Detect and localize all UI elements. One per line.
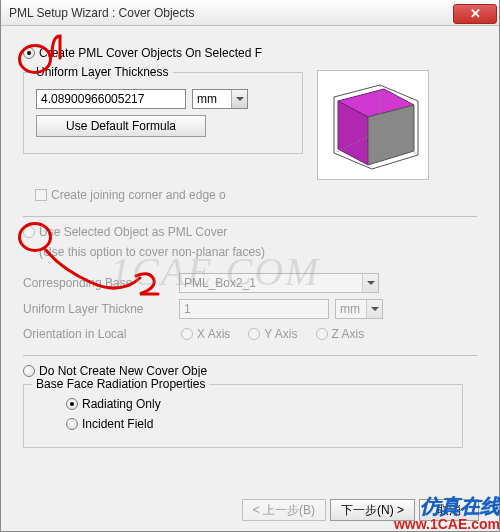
close-icon: ✕ [470,7,481,20]
create-joining-checkbox: Create joining corner and edge o [35,188,477,202]
radio-icon [23,47,35,59]
corresponding-base-select: PML_Box2_1 [179,273,379,293]
thickness-unit-select-2: mm [335,299,383,319]
orientation-x-label: X Axis [197,327,230,341]
corresponding-base-value: PML_Box2_1 [184,276,256,290]
corresponding-base-label: Corresponding Base [23,276,173,290]
uniform-thickness-label-2: Uniform Layer Thickne [23,302,173,316]
radiating-only-label: Radiating Only [82,397,161,411]
dialog-window: PML Setup Wizard : Cover Objects ✕ Creat… [0,0,500,532]
radio-icon [23,226,35,238]
thickness-unit-value: mm [197,92,217,106]
thickness-input[interactable] [36,89,186,109]
base-face-group: Base Face Radiation Properties Radiating… [23,384,463,448]
orientation-z: Z Axis [316,327,365,341]
incident-field-option[interactable]: Incident Field [66,417,450,431]
banner-line1: 仿真在线 [394,495,500,517]
radio-icon [316,328,328,340]
separator [23,355,477,356]
section-use-selected: Use Selected Object as PML Cover (Use th… [23,225,477,341]
back-button: < 上一步(B) [242,499,326,521]
use-default-formula-label: Use Default Formula [66,119,176,133]
radio-icon [181,328,193,340]
uniform-thickness-legend: Uniform Layer Thickness [32,65,173,79]
orientation-label: Orientation in Local [23,327,163,341]
window-title: PML Setup Wizard : Cover Objects [9,6,195,20]
thickness-unit-select[interactable]: mm [192,89,248,109]
chevron-down-icon [366,300,382,318]
chevron-down-icon [362,274,378,292]
incident-field-label: Incident Field [82,417,153,431]
option-use-selected-label: Use Selected Object as PML Cover [39,225,227,239]
orientation-y-label: Y Axis [264,327,297,341]
radio-icon [248,328,260,340]
checkbox-icon [35,189,47,201]
use-default-formula-button[interactable]: Use Default Formula [36,115,206,137]
option-do-not-create-label: Do Not Create New Cover Obje [39,364,207,378]
option-use-selected-note: (Use this option to cover non-planar fac… [39,245,477,259]
banner-line2: www.1CAE.com [394,517,500,532]
radio-icon [66,418,78,430]
option-use-selected[interactable]: Use Selected Object as PML Cover [23,225,477,239]
chevron-down-icon [231,90,247,108]
orientation-y: Y Axis [248,327,297,341]
orientation-z-label: Z Axis [332,327,365,341]
uniform-thickness-group: Uniform Layer Thickness mm Use Default F… [23,72,303,154]
radio-icon [23,365,35,377]
titlebar: PML Setup Wizard : Cover Objects ✕ [1,0,499,26]
option-create-cover[interactable]: Create PML Cover Objects On Selected F [23,46,477,60]
base-face-legend: Base Face Radiation Properties [32,377,209,391]
radio-icon [66,398,78,410]
radiating-only-option[interactable]: Radiating Only [66,397,450,411]
create-joining-label: Create joining corner and edge o [51,188,226,202]
cube-icon [318,71,429,180]
separator [23,216,477,217]
option-create-cover-label: Create PML Cover Objects On Selected F [39,46,262,60]
dialog-body: Create PML Cover Objects On Selected F U… [1,26,499,531]
back-button-label: < 上一步(B) [253,502,315,519]
orientation-x: X Axis [181,327,230,341]
corner-banner: 仿真在线 www.1CAE.com [394,495,500,532]
close-button[interactable]: ✕ [453,4,497,24]
cube-preview [317,70,429,180]
thickness-unit-value-2: mm [340,302,360,316]
option-do-not-create[interactable]: Do Not Create New Cover Obje [23,364,477,378]
uniform-thickness-input-2 [179,299,329,319]
